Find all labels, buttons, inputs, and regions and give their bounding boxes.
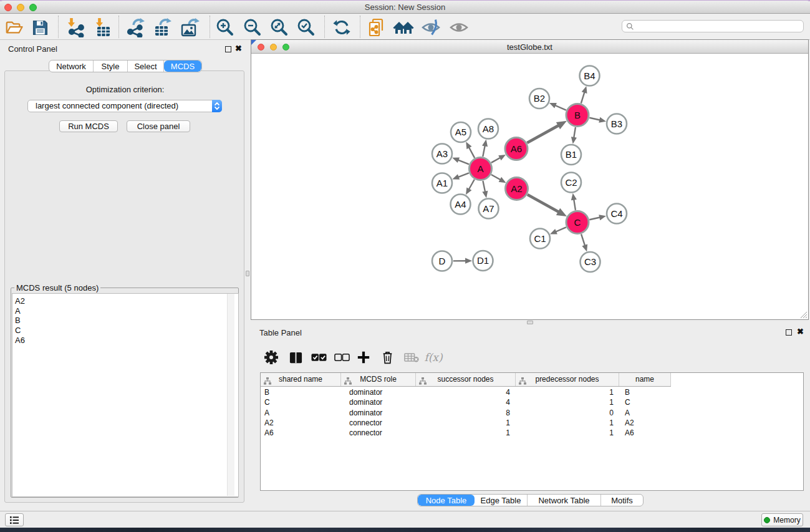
- close-panel-button[interactable]: Close panel: [127, 120, 190, 132]
- save-session-button[interactable]: [29, 17, 51, 38]
- edge-A6-B[interactable]: [527, 125, 559, 143]
- desktop-wallpaper-bottom: [0, 528, 810, 532]
- column-header-shared-name[interactable]: shared name: [261, 373, 341, 386]
- edge-A-A8[interactable]: [483, 145, 485, 157]
- column-settings-button[interactable]: [261, 347, 282, 368]
- zoom-in-button[interactable]: [214, 17, 235, 38]
- run-mcds-button[interactable]: Run MCDS: [59, 120, 118, 132]
- window-resize-grip[interactable]: [799, 310, 808, 319]
- import-table-button[interactable]: [93, 17, 114, 38]
- show-all-columns-button[interactable]: [308, 347, 329, 368]
- apply-layout-button[interactable]: [331, 17, 352, 38]
- optimization-criterion-dropdown[interactable]: largest connected component (directed): [27, 100, 222, 112]
- edge-A-A1[interactable]: [458, 173, 469, 177]
- float-panel-icon[interactable]: [225, 46, 231, 52]
- tab-node-table[interactable]: Node Table: [418, 495, 475, 506]
- edge-A-A6[interactable]: [491, 157, 501, 163]
- edge-A-A5[interactable]: [469, 147, 475, 158]
- open-session-button[interactable]: [3, 17, 24, 38]
- clone-network-button[interactable]: [366, 17, 387, 38]
- edge-C-C1[interactable]: [555, 227, 566, 232]
- tab-mcds[interactable]: MCDS: [164, 60, 201, 72]
- table-row[interactable]: Bdominator41B: [261, 387, 803, 397]
- mcds-result-item[interactable]: B: [12, 316, 238, 326]
- export-network-button[interactable]: [125, 17, 146, 38]
- cell-MCDS-role: connector: [341, 418, 416, 428]
- network-canvas[interactable]: AA1A2A3A4A5A6A7A8BB1B2B3B4CC1C2C3C4DD1: [251, 54, 808, 319]
- tab-motifs[interactable]: Motifs: [601, 495, 643, 506]
- zoom-out-button[interactable]: [241, 17, 263, 38]
- divider-grip[interactable]: [246, 271, 249, 276]
- add-row-button[interactable]: [353, 347, 374, 368]
- edge-C-C2[interactable]: [574, 199, 576, 210]
- edge-arrowhead: [482, 140, 488, 147]
- table-row[interactable]: A2connector11A2: [261, 418, 803, 428]
- mcds-result-item[interactable]: A2: [12, 296, 238, 306]
- zoom-fit-button[interactable]: [268, 17, 289, 38]
- network-window-titlebar: testGlobe.txt: [251, 40, 808, 54]
- hide-selected-button[interactable]: [420, 17, 441, 38]
- hide-all-columns-button[interactable]: [331, 347, 352, 368]
- import-network-button[interactable]: [65, 17, 86, 38]
- export-image-button[interactable]: [179, 17, 200, 38]
- clone-network-icon: [367, 17, 387, 37]
- column-header-label: predecessor nodes: [535, 375, 599, 384]
- edge-A-A4[interactable]: [468, 180, 474, 190]
- function-builder-button[interactable]: f(x): [423, 347, 444, 368]
- table-row[interactable]: A6connector11A6: [261, 428, 803, 438]
- split-table-button[interactable]: [285, 347, 306, 368]
- edge-A-A2[interactable]: [491, 175, 501, 180]
- edge-A2-C[interactable]: [528, 195, 559, 212]
- status-bar: Memory: [0, 511, 810, 528]
- edge-B-B3[interactable]: [589, 118, 600, 120]
- search-field[interactable]: [622, 20, 804, 32]
- cell-successor-nodes: 1: [416, 428, 516, 438]
- tab-style[interactable]: Style: [94, 60, 128, 72]
- tab-select[interactable]: Select: [128, 60, 164, 72]
- table-row[interactable]: Adominator80A: [261, 408, 803, 418]
- search-icon: [626, 22, 634, 31]
- node-label-B4: B4: [584, 70, 595, 81]
- cell-successor-nodes: 4: [416, 387, 516, 397]
- delete-table-button[interactable]: [401, 347, 422, 368]
- export-table-button[interactable]: [152, 17, 173, 38]
- column-header-name[interactable]: name: [619, 373, 671, 386]
- edge-A-A3[interactable]: [458, 160, 469, 164]
- show-all-button[interactable]: [448, 17, 470, 38]
- tab-network-table[interactable]: Network Table: [528, 495, 601, 506]
- column-header-label: name: [635, 375, 654, 384]
- mcds-result-title: MCDS result (5 nodes): [14, 283, 100, 293]
- close-table-panel-icon[interactable]: ✖: [797, 329, 804, 335]
- mcds-result-item[interactable]: A6: [12, 336, 238, 346]
- list-scrollbar[interactable]: [227, 294, 234, 496]
- tab-edge-table[interactable]: Edge Table: [475, 495, 528, 506]
- column-header-MCDS-role[interactable]: MCDS role: [341, 373, 416, 386]
- mcds-result-item[interactable]: A: [12, 306, 238, 316]
- edge-B-B2[interactable]: [554, 105, 566, 110]
- delete-row-button[interactable]: [377, 347, 398, 368]
- tab-network[interactable]: Network: [49, 60, 94, 72]
- zoom-selected-button[interactable]: [295, 17, 316, 38]
- toolbar-separator: [324, 16, 325, 38]
- first-neighbors-button[interactable]: [393, 17, 414, 38]
- mcds-result-list[interactable]: A2ABCA6: [12, 293, 239, 497]
- table-row[interactable]: Cdominator41C: [261, 397, 803, 407]
- edge-C-C3[interactable]: [581, 234, 585, 246]
- edge-B-B4[interactable]: [581, 92, 585, 104]
- edge-B-B1[interactable]: [574, 127, 576, 138]
- column-header-successor-nodes[interactable]: successor nodes: [416, 373, 516, 386]
- mcds-result-item[interactable]: C: [12, 326, 238, 336]
- node-label-C: C: [574, 217, 581, 228]
- edge-C-C4[interactable]: [589, 217, 600, 220]
- search-input[interactable]: [634, 21, 803, 31]
- edge-A-A7[interactable]: [483, 181, 485, 193]
- export-network-icon: [125, 17, 145, 37]
- memory-button[interactable]: Memory: [761, 513, 803, 526]
- edge-arrowhead: [452, 174, 460, 180]
- vertical-split-divider[interactable]: [244, 40, 251, 511]
- column-header-predecessor-nodes[interactable]: predecessor nodes: [516, 373, 619, 386]
- edge-arrowhead: [599, 215, 606, 220]
- float-table-panel-icon[interactable]: [786, 329, 792, 336]
- task-history-button[interactable]: [5, 513, 24, 526]
- close-panel-icon[interactable]: ✖: [235, 46, 242, 52]
